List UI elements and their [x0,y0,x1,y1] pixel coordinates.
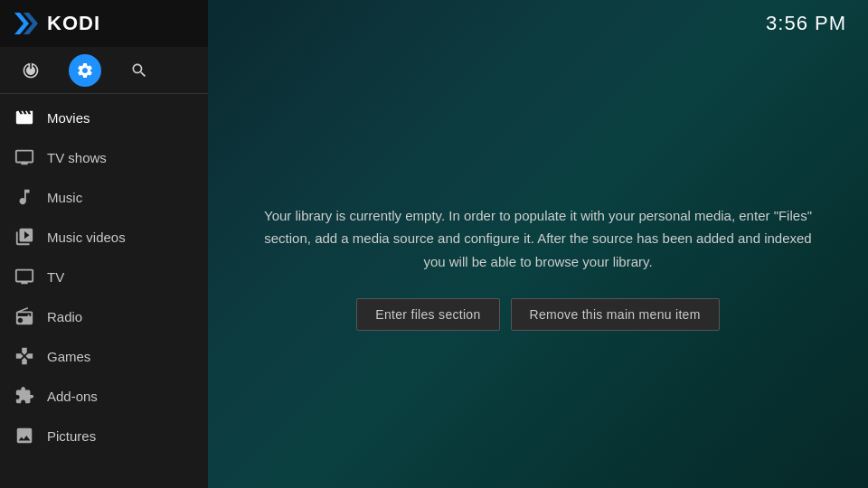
movies-label: Movies [47,110,90,126]
sidebar-item-tvshows[interactable]: TV shows [0,137,208,177]
app-container: KODI [0,0,868,488]
sidebar-item-games[interactable]: Games [0,336,208,376]
kodi-logo-icon [11,9,40,38]
sidebar-item-music[interactable]: Music [0,177,208,217]
remove-menu-item-button[interactable]: Remove this main menu item [511,298,720,331]
kodi-logo: KODI [11,9,100,38]
sidebar-item-movies[interactable]: Movies [0,98,208,137]
app-title: KODI [47,12,100,35]
tv-label: TV [47,269,64,285]
enter-files-button[interactable]: Enter files section [356,298,499,331]
addons-label: Add-ons [47,389,98,404]
pictures-label: Pictures [47,428,96,444]
action-buttons: Enter files section Remove this main men… [356,298,719,331]
sidebar-toolbar [0,47,208,94]
music-label: Music [47,190,82,205]
sidebar-item-addons[interactable]: Add-ons [0,376,208,416]
tv-icon [14,267,34,286]
games-label: Games [47,349,90,364]
gear-icon [76,61,94,80]
sidebar: KODI [0,0,208,488]
clock-display: 3:56 PM [766,12,846,35]
music-icon [14,187,34,207]
sidebar-item-pictures[interactable]: Pictures [0,416,208,455]
tvshows-label: TV shows [47,150,107,165]
addons-icon [14,386,34,406]
sidebar-item-tv[interactable]: TV [0,257,208,296]
radio-label: Radio [47,309,82,324]
power-button[interactable] [14,54,47,87]
sidebar-menu: Movies TV shows Music Music videos [0,94,208,488]
pictures-icon [14,426,34,446]
settings-button[interactable] [69,54,101,87]
radio-icon [14,306,34,326]
musicvideos-icon [14,227,34,247]
empty-library-message: Your library is currently empty. In orde… [262,204,814,274]
top-bar: 3:56 PM [208,0,868,47]
content-area: Your library is currently empty. In orde… [208,47,868,488]
sidebar-item-radio[interactable]: Radio [0,296,208,336]
musicvideos-label: Music videos [47,230,126,245]
games-icon [14,346,34,366]
sidebar-header: KODI [0,0,208,47]
tvshows-icon [14,147,34,167]
sidebar-item-musicvideos[interactable]: Music videos [0,217,208,257]
search-icon [130,61,148,80]
movies-icon [14,108,34,127]
power-icon [22,61,40,80]
search-button[interactable] [123,54,156,87]
main-content: 3:56 PM Your library is currently empty.… [208,0,868,488]
